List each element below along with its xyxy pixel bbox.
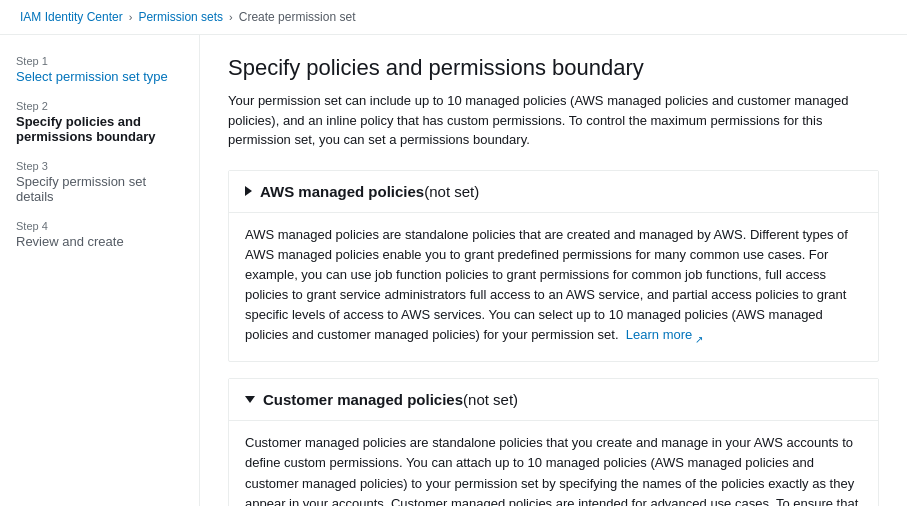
step-3-label: Step 3 [16, 160, 183, 172]
aws-managed-section-body: AWS managed policies are standalone poli… [229, 212, 878, 362]
aws-managed-section-title: AWS managed policies [260, 183, 424, 200]
breadcrumb-permission-sets[interactable]: Permission sets [138, 10, 223, 24]
breadcrumb-iam-identity-center[interactable]: IAM Identity Center [20, 10, 123, 24]
customer-managed-section-header[interactable]: Customer managed policies (not set) [229, 379, 878, 420]
step-1-label: Step 1 [16, 55, 183, 67]
customer-managed-description: Customer managed policies are standalone… [245, 421, 862, 506]
customer-managed-section-body: Customer managed policies are standalone… [229, 420, 878, 506]
breadcrumb-current: Create permission set [239, 10, 356, 24]
step-2-label: Step 2 [16, 100, 183, 112]
page-description: Your permission set can include up to 10… [228, 91, 879, 150]
aws-managed-section-header[interactable]: AWS managed policies (not set) [229, 171, 878, 212]
sidebar-step-2-title: Specify policies and permissions boundar… [16, 114, 183, 144]
breadcrumb-sep-1: › [129, 11, 133, 23]
aws-managed-section: AWS managed policies (not set) AWS manag… [228, 170, 879, 363]
sidebar-step-1-title[interactable]: Select permission set type [16, 69, 168, 84]
sidebar-step-3: Step 3 Specify permission set details [16, 160, 183, 204]
sidebar: Step 1 Select permission set type Step 2… [0, 35, 200, 506]
aws-managed-learn-more-link[interactable]: Learn more [626, 325, 706, 345]
sidebar-step-4: Step 4 Review and create [16, 220, 183, 249]
page-title: Specify policies and permissions boundar… [228, 55, 879, 81]
breadcrumb: IAM Identity Center › Permission sets › … [0, 0, 907, 35]
breadcrumb-sep-2: › [229, 11, 233, 23]
sidebar-step-2: Step 2 Specify policies and permissions … [16, 100, 183, 144]
aws-managed-external-link-icon [695, 329, 706, 340]
sidebar-step-3-title: Specify permission set details [16, 174, 183, 204]
customer-managed-triangle-icon [245, 396, 255, 403]
page-layout: Step 1 Select permission set type Step 2… [0, 35, 907, 506]
aws-managed-section-suffix: (not set) [424, 183, 479, 200]
customer-managed-section-suffix: (not set) [463, 391, 518, 408]
aws-managed-description: AWS managed policies are standalone poli… [245, 213, 862, 346]
aws-managed-triangle-icon [245, 186, 252, 196]
customer-managed-section-title: Customer managed policies [263, 391, 463, 408]
sidebar-step-1: Step 1 Select permission set type [16, 55, 183, 84]
step-4-label: Step 4 [16, 220, 183, 232]
sidebar-step-4-title: Review and create [16, 234, 183, 249]
customer-managed-section: Customer managed policies (not set) Cust… [228, 378, 879, 506]
main-content: Specify policies and permissions boundar… [200, 35, 907, 506]
